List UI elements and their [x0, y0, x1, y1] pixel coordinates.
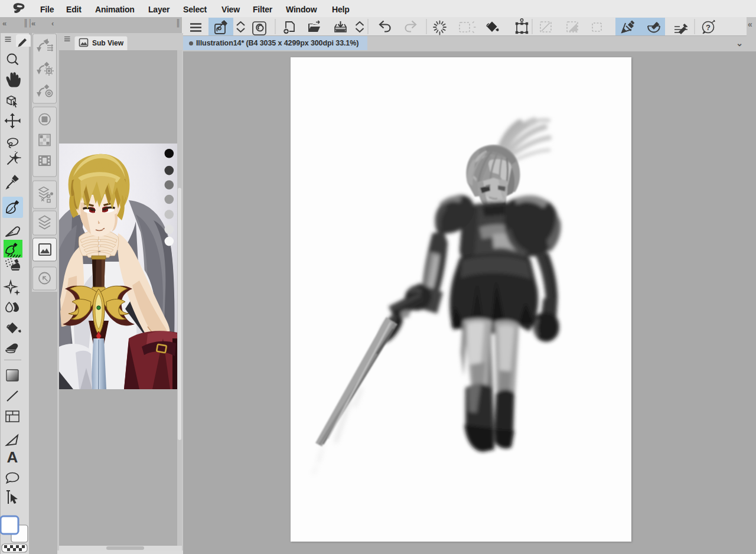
svg-text:?: ?: [706, 23, 711, 32]
svg-text:A: A: [7, 448, 18, 466]
svg-text:Sub View: Sub View: [92, 39, 124, 47]
